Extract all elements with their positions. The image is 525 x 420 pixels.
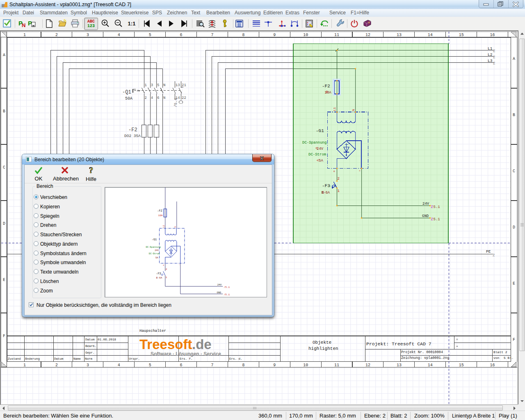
svg-text:4: 4 [326,90,328,94]
svg-text:/5.1: /5.1 [224,286,230,289]
svg-text:→: → [329,184,331,187]
svg-text:1: 1 [338,189,340,193]
svg-text:5: 5 [149,33,151,37]
svg-text:14: 14 [428,363,433,368]
svg-text:4: 4 [118,33,120,37]
svg-text:F: F [3,334,5,338]
svg-text:1: 1 [145,83,147,87]
svg-text:DC-Spannung: DC-Spannung [302,141,326,145]
svg-text:Zeichnung: vpla0001.zng: Zeichnung: vpla0001.zng [401,356,449,360]
svg-text:10: 10 [303,33,308,37]
svg-text:Projekt Nr. 00010004: Projekt Nr. 00010004 [401,350,443,354]
svg-text:5 Bl.: 5 Bl. [504,356,514,360]
svg-text:1: 1 [23,33,26,37]
svg-text:PE: PE [486,249,491,254]
svg-text:von: von [493,356,500,360]
svg-text:12: 12 [365,363,370,368]
svg-text:-G1: -G1 [152,238,157,241]
svg-text:Änderung: Änderung [25,357,40,361]
svg-text:Ers. d.: Ers. d. [229,357,242,361]
svg-text:+: + [163,264,164,267]
svg-text:Norm: Norm [85,357,93,361]
svg-text:01.06.2018: 01.06.2018 [98,338,116,341]
svg-text:Z: Z [493,62,495,66]
svg-text:15: 15 [459,33,464,37]
svg-text:2: 2 [166,268,167,271]
svg-text:DC-Spannung: DC-Spannung [146,246,160,249]
svg-text:L3: L3 [488,59,493,63]
svg-text:7: 7 [211,363,213,368]
svg-text:Datum: Datum [54,357,64,361]
svg-text:-F2: -F2 [128,127,137,133]
svg-text:Haupschalter: Haupschalter [139,329,166,333]
svg-text:B-6A: B-6A [156,276,162,279]
svg-text:Treesoft: Treesoft [139,337,192,352]
svg-text:x: x [260,154,264,161]
svg-text:-FZ: -FZ [157,209,162,212]
svg-text:E: E [322,191,324,195]
svg-text:5: 5 [157,83,159,87]
svg-text:24V: 24V [317,147,324,151]
svg-text:E: E [513,281,515,286]
svg-text:+: + [456,345,458,348]
svg-text:Datum: Datum [85,338,95,341]
svg-text:5A: 5A [319,159,323,163]
svg-text:D: D [3,221,5,226]
svg-text:1: 1 [166,276,167,279]
svg-text:8: 8 [242,33,244,37]
svg-text:Objekte: Objekte [313,340,331,345]
svg-text:N: N [163,96,165,100]
svg-text:D: D [513,225,515,230]
svg-text:GND: GND [217,291,221,294]
svg-text:-: - [178,263,180,266]
svg-text:L1: L1 [488,46,493,51]
svg-text:-F2: -F2 [322,84,330,89]
svg-text:Z: Z [493,55,495,59]
svg-text:F: F [513,338,515,342]
svg-text:<: < [315,146,317,151]
svg-text:C: C [3,165,5,170]
svg-text:-F3: -F3 [156,272,161,275]
svg-text:2: 2 [338,177,340,181]
svg-text:A: A [3,53,5,57]
svg-text:11: 11 [334,363,339,368]
svg-text:/5.1: /5.1 [224,293,230,296]
svg-text:Z: Z [493,253,495,258]
svg-text:Blatt 2: Blatt 2 [493,350,507,354]
svg-text:14: 14 [428,33,433,37]
svg-text:2: 2 [55,363,58,368]
svg-text:6: 6 [180,363,183,368]
svg-text:21: 21 [182,83,186,87]
svg-text:.de: .de [192,337,212,352]
svg-text:4: 4 [151,96,153,100]
svg-text:DC-Strom: DC-Strom [308,153,326,157]
svg-text:highlighten: highlighten [308,346,338,351]
svg-text:3: 3 [87,33,89,37]
svg-text:1:1: 1:1 [128,21,135,27]
svg-text:L1: L1 [163,225,165,228]
svg-text:L2: L2 [488,52,493,57]
svg-text:E: E [3,278,5,282]
svg-text:24V: 24V [422,202,429,206]
svg-text:1: 1 [23,363,26,368]
svg-text:-Q1: -Q1 [122,89,131,95]
svg-text:24V: 24V [217,283,222,286]
svg-text:Software · Lösungen · Service: Software · Lösungen · Service [151,351,221,357]
svg-text:9: 9 [273,363,276,368]
svg-text:11: 11 [334,33,339,37]
svg-text:C: C [513,169,515,173]
svg-text:16: 16 [490,33,495,37]
svg-text:<: < [317,159,319,163]
svg-text:15: 15 [459,363,464,368]
svg-text:22: 22 [182,96,186,100]
svg-text:3: 3 [87,363,89,368]
svg-text:12: 12 [365,33,370,37]
svg-text:9: 9 [273,33,276,37]
svg-text:Urspr.: Urspr. [129,357,140,361]
svg-text:5: 5 [149,363,151,368]
svg-text:5A: 5A [155,256,158,259]
svg-text:?: ? [368,21,370,25]
svg-text:8: 8 [242,363,244,368]
svg-text:N: N [174,226,177,228]
svg-text:24V: 24V [155,249,159,252]
